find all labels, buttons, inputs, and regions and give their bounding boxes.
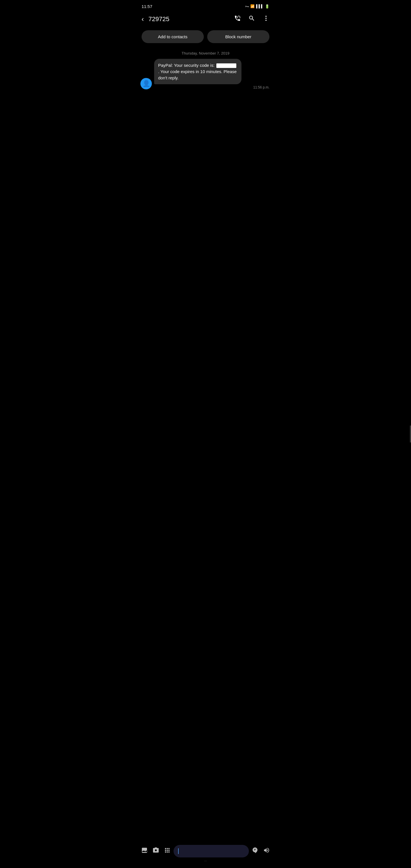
svg-point-2 [265,20,266,21]
battery-icon: 🔋 [265,4,270,8]
apps-icon [164,847,171,854]
bottom-tools [139,845,272,858]
message-input[interactable] [173,845,249,858]
key-icon: 🗝 [245,4,249,8]
apps-button[interactable] [162,845,172,857]
status-icons: 🗝 📶 ▌▌▌ 🔋 [245,4,270,8]
top-actions [233,14,271,25]
image-icon [141,847,148,854]
message-bubble: PayPal: Your security code is: . Your co… [154,59,242,84]
action-buttons: Add to contacts Block number [137,27,274,46]
camera-button[interactable] [151,845,161,857]
avatar: 👤 [140,78,152,89]
person-icon: 👤 [143,80,150,87]
status-bar: 11:57 🗝 📶 ▌▌▌ 🔋 [137,0,274,11]
signal-icon: ▌▌▌ [256,4,263,8]
messages-container: 👤 PayPal: Your security code is: . Your … [137,59,274,89]
back-button[interactable]: ‹ [140,14,145,24]
wifi-call-icon [234,15,241,22]
voice-icon [263,847,270,854]
input-cursor [178,848,179,854]
bottom-bar: ― [137,842,274,868]
more-button[interactable] [261,14,271,25]
wifi-call-icon: 📶 [250,4,255,8]
message-time: 11:56 p.m. [154,85,271,89]
image-button[interactable] [139,845,150,857]
home-indicator: ― [139,858,272,863]
top-bar: ‹ 729725 [137,11,274,27]
message-text: PayPal: Your security code is: . Your co… [158,63,237,80]
date-separator: Thursday, November 7, 2019 [137,46,274,59]
search-icon [248,15,255,22]
status-time: 11:57 [141,4,152,9]
more-icon [262,15,270,22]
search-button[interactable] [247,14,256,25]
svg-point-1 [265,18,266,19]
voice-button[interactable] [261,845,272,857]
table-row: 👤 PayPal: Your security code is: . Your … [140,59,271,89]
sticker-button[interactable] [250,845,260,857]
block-number-button[interactable]: Block number [207,30,270,43]
svg-point-0 [265,16,266,17]
add-to-contacts-button[interactable]: Add to contacts [141,30,204,43]
contact-title: 729725 [149,16,229,23]
wifi-call-button[interactable] [233,14,242,25]
sticker-icon [252,847,259,854]
redacted-code [216,63,236,68]
camera-icon [152,847,159,854]
